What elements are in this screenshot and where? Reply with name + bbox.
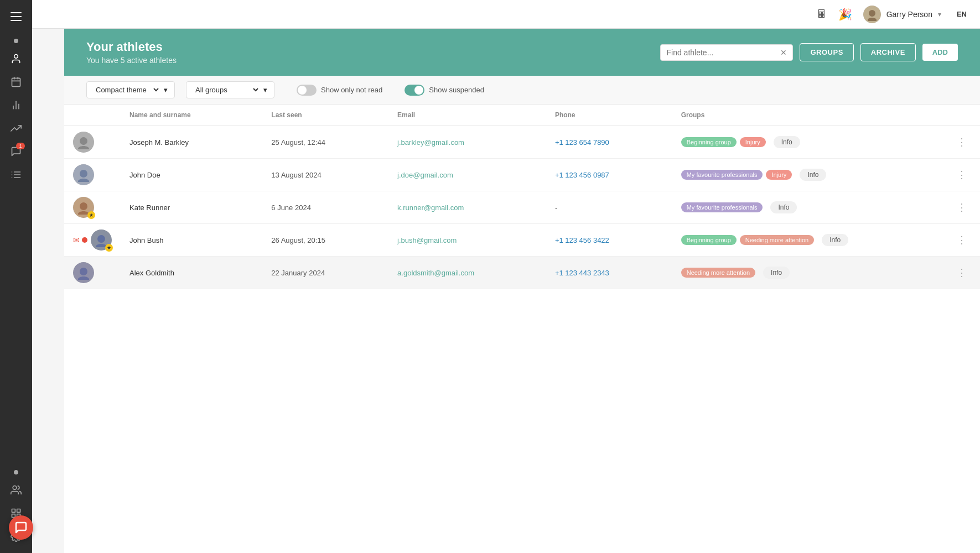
- groups-button[interactable]: GROUPS: [800, 43, 853, 61]
- info-button[interactable]: Info: [800, 169, 826, 181]
- group-tag: Beginning group: [681, 235, 737, 245]
- col-groups: Groups: [672, 105, 936, 126]
- page-header-right: ✕ GROUPS ARCHIVE ADD: [660, 43, 958, 61]
- info-button[interactable]: Info: [763, 267, 790, 279]
- hamburger-button[interactable]: [6, 7, 26, 27]
- more-actions-button[interactable]: ⋮: [945, 134, 971, 150]
- toggle-knob-2: [414, 86, 423, 95]
- groups-cell: Beginning groupInjury Info: [672, 126, 936, 159]
- table-row: ★ Kate Runner 6 June 2024 k.runner@gmail…: [64, 191, 980, 224]
- page-subtitle: You have 5 active athletes: [86, 56, 177, 65]
- athletes-table: Name and surname Last seen Email Phone G…: [64, 105, 980, 289]
- avatar: [73, 262, 94, 283]
- col-email: Email: [388, 105, 546, 126]
- svg-point-14: [13, 486, 17, 490]
- email-link[interactable]: a.goldsmith@gmail.com: [397, 269, 474, 277]
- svg-rect-1: [12, 78, 20, 86]
- language-selector[interactable]: EN: [957, 10, 967, 18]
- svg-point-0: [14, 55, 18, 59]
- user-menu[interactable]: Garry Person ▾: [863, 6, 941, 23]
- theme-select[interactable]: Compact theme Full theme: [94, 85, 160, 95]
- avatar-cell: [64, 159, 121, 191]
- messages-badge: 1: [16, 143, 25, 149]
- avatar: [73, 164, 94, 185]
- phone-link[interactable]: +1 123 456 3422: [555, 236, 609, 244]
- more-actions-button[interactable]: ⋮: [945, 199, 971, 216]
- groups-select[interactable]: All groups Group A Group B: [193, 85, 260, 95]
- group-tag: Beginning group: [681, 137, 737, 147]
- info-button[interactable]: Info: [774, 136, 800, 148]
- user-chevron-icon: ▾: [938, 11, 941, 18]
- email-link[interactable]: k.runner@gmail.com: [397, 204, 464, 212]
- sidebar-item-athletes[interactable]: [6, 49, 26, 69]
- sidebar-item-users[interactable]: [6, 480, 26, 500]
- more-actions-cell: ⋮: [936, 191, 980, 224]
- groups-filter[interactable]: All groups Group A Group B ▾: [186, 81, 274, 98]
- last-seen: 13 August 2024: [262, 159, 388, 191]
- more-actions-cell: ⋮: [936, 159, 980, 191]
- show-suspended-toggle[interactable]: [405, 85, 424, 96]
- show-not-read-toggle[interactable]: [297, 85, 317, 96]
- star-badge: ★: [105, 244, 113, 252]
- avatar-cell: [64, 126, 121, 159]
- sidebar-item-messages[interactable]: 1: [6, 142, 26, 161]
- sidebar-item-calendar[interactable]: [6, 72, 26, 92]
- email-link[interactable]: j.bush@gmail.com: [397, 236, 457, 244]
- main-content: Your athletes You have 5 active athletes…: [64, 29, 980, 553]
- avatar-cell: [64, 257, 121, 289]
- email-cell: a.goldsmith@gmail.com: [388, 257, 546, 289]
- col-name: Name and surname: [121, 105, 262, 126]
- groups-cell: My favourite professionals Info: [672, 191, 936, 224]
- theme-filter[interactable]: Compact theme Full theme ▾: [86, 81, 175, 98]
- page-title: Your athletes: [86, 40, 177, 54]
- more-actions-button[interactable]: ⋮: [945, 264, 971, 281]
- chat-bubble[interactable]: [9, 515, 33, 540]
- topnav: 🖩 🎉 Garry Person ▾ EN: [32, 0, 980, 29]
- athlete-name: Joseph M. Barkley: [121, 126, 262, 159]
- archive-button[interactable]: ARCHIVE: [860, 43, 916, 61]
- sidebar-item-notes[interactable]: [6, 165, 26, 185]
- groups-cell: Beginning groupNeeding more attention In…: [672, 224, 936, 257]
- user-avatar: [863, 6, 881, 23]
- email-link[interactable]: j.doe@gmail.com: [397, 171, 453, 179]
- calculator-icon[interactable]: 🖩: [816, 8, 827, 20]
- sidebar-item-progress[interactable]: [6, 118, 26, 138]
- more-actions-button[interactable]: ⋮: [945, 232, 971, 248]
- info-button[interactable]: Info: [822, 234, 848, 246]
- group-tag: My favourite professionals: [681, 202, 763, 212]
- table-header: Name and surname Last seen Email Phone G…: [64, 105, 980, 126]
- athlete-name: John Bush: [121, 224, 262, 257]
- search-input[interactable]: [666, 48, 777, 57]
- add-button[interactable]: ADD: [922, 44, 958, 61]
- group-tag: Injury: [766, 170, 792, 180]
- sidebar-dot2: [14, 470, 18, 474]
- athletes-tbody: Joseph M. Barkley 25 August, 12:44 j.bar…: [64, 126, 980, 289]
- filters-row: Compact theme Full theme ▾ All groups Gr…: [64, 76, 980, 105]
- info-button[interactable]: Info: [770, 201, 797, 213]
- theme-chevron-icon: ▾: [164, 86, 168, 94]
- more-actions-button[interactable]: ⋮: [945, 166, 971, 183]
- email-link[interactable]: j.barkley@gmail.com: [397, 138, 464, 147]
- phone-cell: +1 123 456 3422: [546, 224, 672, 257]
- status-dot: [82, 237, 87, 243]
- avatar-cell: ✉ ★: [64, 224, 121, 257]
- groups-cell: Needing more attention Info: [672, 257, 936, 289]
- phone-link[interactable]: +1 123 443 2343: [555, 269, 609, 277]
- phone-link[interactable]: +1 123 654 7890: [555, 138, 609, 147]
- athlete-name: John Doe: [121, 159, 262, 191]
- more-actions-cell: ⋮: [936, 257, 980, 289]
- svg-rect-16: [17, 509, 20, 513]
- search-clear-icon[interactable]: ✕: [780, 48, 787, 57]
- phone-cell: +1 123 456 0987: [546, 159, 672, 191]
- sidebar-item-reports[interactable]: [6, 95, 26, 115]
- celebration-icon[interactable]: 🎉: [838, 8, 852, 21]
- sidebar-dot: [14, 39, 18, 43]
- email-cell: k.runner@gmail.com: [388, 191, 546, 224]
- last-seen: 25 August, 12:44: [262, 126, 388, 159]
- group-tag: Injury: [740, 137, 766, 147]
- phone-cell: +1 123 443 2343: [546, 257, 672, 289]
- athletes-table-container: Name and surname Last seen Email Phone G…: [64, 105, 980, 553]
- show-not-read-label: Show only not read: [321, 86, 382, 94]
- search-box[interactable]: ✕: [660, 44, 793, 61]
- phone-link[interactable]: +1 123 456 0987: [555, 171, 609, 179]
